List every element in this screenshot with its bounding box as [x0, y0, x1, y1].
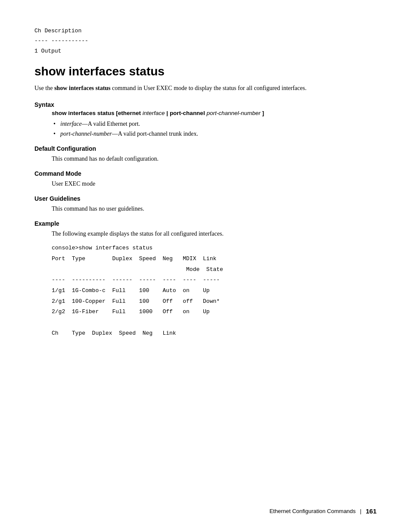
bullet1-italic: interface	[60, 121, 82, 127]
code-cmd-line: console>show interfaces status	[52, 243, 377, 254]
bullet-item-2: port-channel-number—A valid port-channel…	[60, 129, 377, 139]
page-footer: Ethernet Configuration Commands | 161	[269, 507, 377, 515]
example-intro: The following example displays the statu…	[52, 229, 377, 239]
footer-text: Ethernet Configuration Commands	[269, 508, 355, 514]
code-blank	[52, 317, 377, 328]
default-label: Default Configuration	[34, 145, 377, 152]
code-row2: 2/g1 100-Copper Full 100 Off off Down*	[52, 296, 377, 307]
example-label: Example	[34, 220, 377, 227]
section-title: show interfaces status	[34, 65, 377, 78]
cmdmode-content: User EXEC mode	[52, 179, 377, 189]
footer-separator: |	[360, 508, 361, 514]
intro-bold: show interfaces status	[54, 85, 111, 91]
code-header2: Mode State	[52, 264, 377, 275]
syntax-label: Syntax	[34, 101, 377, 108]
guidelines-label: User Guidelines	[34, 195, 377, 202]
pre-line1: Ch Description	[34, 28, 81, 34]
bullet2-rest: —A valid port-channel trunk index.	[112, 131, 198, 137]
code-header1: Port Type Duplex Speed Neg MDIX Link	[52, 254, 377, 264]
code-divider: ---- ---------- ------ ----- ---- ---- -…	[52, 275, 377, 286]
guidelines-content: This command has no user guidelines.	[52, 204, 377, 214]
code-block: console>show interfaces status Port Type…	[52, 243, 377, 339]
default-content: This command has no default configuratio…	[52, 154, 377, 164]
code-ch-line: Ch Type Duplex Speed Neg Link	[52, 328, 377, 339]
bullet1-rest: —A valid Ethernet port.	[82, 121, 140, 127]
code-row3: 2/g2 1G-Fiber Full 1000 Off on Up	[52, 307, 377, 317]
pre-top-block: Ch Description ---- ----------- 1 Output	[34, 26, 377, 56]
pre-line3: 1 Output	[34, 48, 61, 54]
syntax-cmd-bold: show interfaces status [ethernet	[52, 110, 143, 116]
syntax-italic1: interface	[143, 110, 165, 116]
cmdmode-label: Command Mode	[34, 170, 377, 177]
syntax-line: show interfaces status [ethernet interfa…	[52, 110, 377, 116]
page-number: 161	[366, 507, 377, 515]
code-row1: 1/g1 1G-Combo-c Full 100 Auto on Up	[52, 286, 377, 296]
syntax-pipe: | port-channel	[165, 110, 207, 116]
syntax-close: ]	[261, 110, 264, 116]
bullet-item-1: interface—A valid Ethernet port.	[60, 119, 377, 129]
syntax-italic2: port-channel-number	[206, 110, 260, 116]
pre-line2: ---- -----------	[34, 37, 88, 44]
intro-text: Use the show interfaces status command i…	[34, 84, 377, 93]
bullet2-italic: port-channel-number	[60, 131, 112, 137]
